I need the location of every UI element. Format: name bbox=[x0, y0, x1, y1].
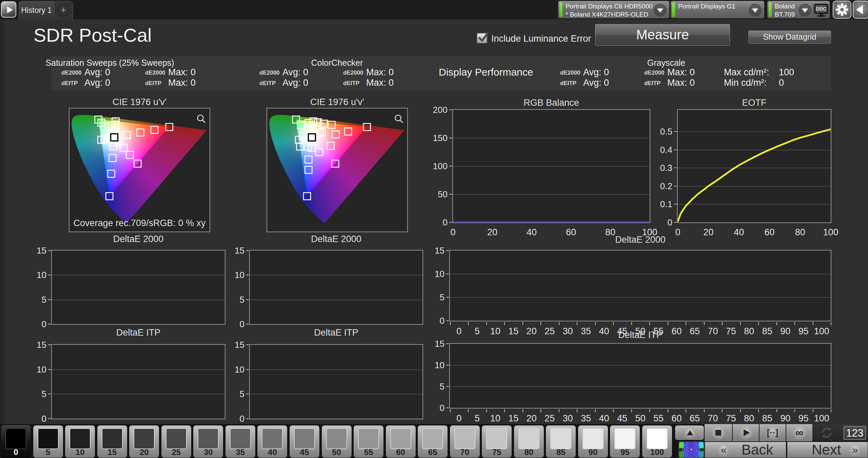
y-tick-label: 5 bbox=[19, 294, 46, 305]
back-button[interactable]: « Back bbox=[705, 442, 786, 458]
settings-button[interactable] bbox=[833, 1, 851, 19]
patch-button-25[interactable]: 25 bbox=[161, 425, 192, 458]
patch-button-100[interactable]: 100 bbox=[642, 425, 672, 458]
patch-button-5[interactable]: 5 bbox=[33, 425, 63, 458]
patch-button-35[interactable]: 35 bbox=[225, 425, 256, 458]
chart-title: CIE 1976 u'v' bbox=[113, 97, 166, 107]
patch-button-15[interactable]: 15 bbox=[97, 425, 127, 458]
patch-button-20[interactable]: 20 bbox=[129, 425, 159, 458]
gray-swatch bbox=[134, 428, 155, 449]
chevron-down-icon[interactable] bbox=[749, 4, 762, 17]
play-icon bbox=[733, 424, 759, 441]
stat-value: 100 bbox=[779, 67, 794, 78]
patch-button-80[interactable]: 80 bbox=[514, 425, 544, 458]
x-tick-mark bbox=[722, 322, 723, 325]
patch-button-70[interactable]: 70 bbox=[450, 425, 480, 458]
series-measured-eotf bbox=[678, 129, 831, 221]
display-target-dropdown[interactable]: Boland BT.709 DDC bbox=[767, 1, 830, 19]
x-tick-mark bbox=[613, 322, 614, 325]
x-tick-mark bbox=[577, 322, 577, 325]
session-menu-button[interactable] bbox=[1, 1, 16, 18]
next-button[interactable]: Next » bbox=[787, 442, 868, 458]
y-tick-label: 5 bbox=[19, 389, 46, 399]
add-tab-button[interactable]: + bbox=[54, 1, 73, 19]
pattern-count-field[interactable]: 123 bbox=[844, 426, 866, 440]
chevron-down-icon[interactable] bbox=[798, 4, 811, 17]
x-tick-label: 20 bbox=[527, 326, 537, 337]
gear-icon bbox=[833, 1, 851, 18]
patch-level-label: 55 bbox=[354, 447, 383, 457]
cie-diagram-canvas[interactable] bbox=[70, 108, 210, 232]
refresh-icon[interactable] bbox=[813, 424, 840, 441]
y-tick-label: 0.4 bbox=[645, 144, 672, 155]
x-tick-label: 95 bbox=[798, 413, 809, 424]
y-tick-label: 0.5 bbox=[645, 126, 672, 137]
pattern-window-expand-button[interactable] bbox=[675, 425, 704, 440]
play-pattern-button[interactable] bbox=[733, 424, 759, 441]
stats-group-title: Saturation Sweeps (25% Sweeps) bbox=[45, 58, 174, 68]
tab-history-1[interactable]: History 1 bbox=[19, 1, 54, 19]
include-luminance-checkbox[interactable] bbox=[477, 33, 487, 43]
patch-button-85[interactable]: 85 bbox=[546, 425, 576, 458]
stat-value: Max: 0 bbox=[366, 67, 394, 78]
y-tick-label: 5 bbox=[217, 389, 244, 399]
y-tick-mark bbox=[48, 369, 51, 370]
y-tick-mark bbox=[449, 166, 452, 166]
patch-button-0[interactable]: 0 bbox=[1, 425, 31, 458]
gray-swatch bbox=[486, 428, 507, 449]
show-datagrid-button[interactable]: Show Datagrid bbox=[748, 31, 831, 44]
stat-metric-tag: dE2000 bbox=[61, 69, 82, 76]
y-tick-label: 5 bbox=[417, 381, 445, 392]
include-luminance-label[interactable]: Include Luminance Error bbox=[491, 34, 591, 44]
patch-button-50[interactable]: 50 bbox=[321, 425, 352, 458]
patch-button-95[interactable]: 95 bbox=[610, 425, 640, 458]
x-tick-label: 5 bbox=[475, 413, 480, 424]
patch-button-65[interactable]: 65 bbox=[417, 425, 448, 458]
measure-button[interactable]: Measure bbox=[595, 24, 730, 46]
cie-coverage-label: Coverage rec.709/sRGB: 0 % xy bbox=[70, 218, 210, 228]
patch-level-label: 100 bbox=[642, 447, 672, 457]
patch-button-75[interactable]: 75 bbox=[481, 425, 512, 458]
patch-button-40[interactable]: 40 bbox=[257, 425, 288, 458]
x-tick-label: 80 bbox=[744, 413, 754, 424]
zoom-icon[interactable] bbox=[394, 114, 404, 124]
next-label: Next bbox=[812, 442, 841, 458]
x-tick-mark bbox=[831, 409, 831, 412]
chart-title: RGB Balance bbox=[524, 98, 579, 108]
y-tick-mark bbox=[674, 204, 677, 204]
patch-button-60[interactable]: 60 bbox=[386, 425, 416, 458]
y-tick-mark bbox=[246, 324, 249, 324]
infinity-icon: ∞ bbox=[786, 426, 812, 439]
step-mode-button[interactable]: [··] bbox=[760, 424, 786, 441]
back-label: Back bbox=[742, 442, 773, 458]
patch-button-55[interactable]: 55 bbox=[353, 425, 384, 458]
collapse-panel-button[interactable] bbox=[853, 1, 868, 19]
gray-swatch bbox=[550, 428, 571, 449]
cie-diagram-canvas[interactable] bbox=[267, 108, 407, 232]
chevron-down-icon[interactable] bbox=[654, 4, 667, 17]
stop-button[interactable] bbox=[705, 424, 732, 441]
meter-dropdown[interactable]: Portrait Displays C6 HDR5000 * Boland X4… bbox=[558, 1, 670, 19]
deitp-grayscale-plot bbox=[449, 343, 831, 409]
patch-button-45[interactable]: 45 bbox=[289, 425, 320, 458]
x-tick-mark bbox=[776, 409, 777, 412]
pattern-preview-thumbnail[interactable] bbox=[678, 441, 704, 458]
y-tick-label: 50 bbox=[420, 189, 448, 200]
loop-button[interactable]: ∞ bbox=[786, 424, 813, 441]
y-tick-mark bbox=[674, 167, 677, 168]
patch-button-10[interactable]: 10 bbox=[65, 425, 95, 458]
x-tick-label: 95 bbox=[798, 326, 809, 337]
stat-metric-tag: dE2000 bbox=[560, 69, 580, 76]
gray-swatch bbox=[614, 428, 635, 449]
y-tick-mark bbox=[446, 343, 449, 344]
stat-metric-tag: dE2000 bbox=[259, 69, 280, 76]
ddc-button[interactable]: DDC bbox=[813, 3, 829, 18]
source-dropdown[interactable]: Portrait Displays G1 bbox=[670, 1, 765, 19]
y-tick-mark bbox=[246, 369, 249, 370]
patch-button-90[interactable]: 90 bbox=[578, 425, 608, 458]
y-tick-label: 0.2 bbox=[645, 181, 672, 191]
x-tick-mark bbox=[813, 409, 813, 412]
x-tick-label: 60 bbox=[765, 227, 775, 238]
zoom-icon[interactable] bbox=[196, 114, 206, 124]
patch-button-30[interactable]: 30 bbox=[193, 425, 223, 458]
